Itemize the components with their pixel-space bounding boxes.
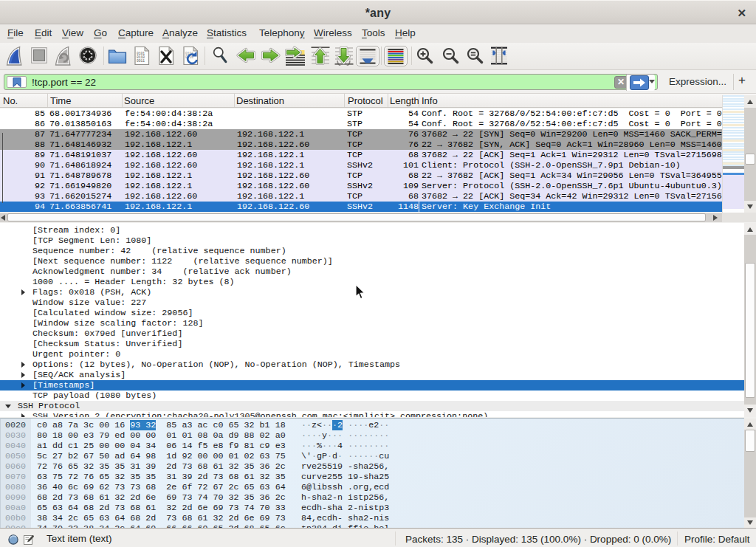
svg-text:0011: 0011	[137, 59, 145, 63]
